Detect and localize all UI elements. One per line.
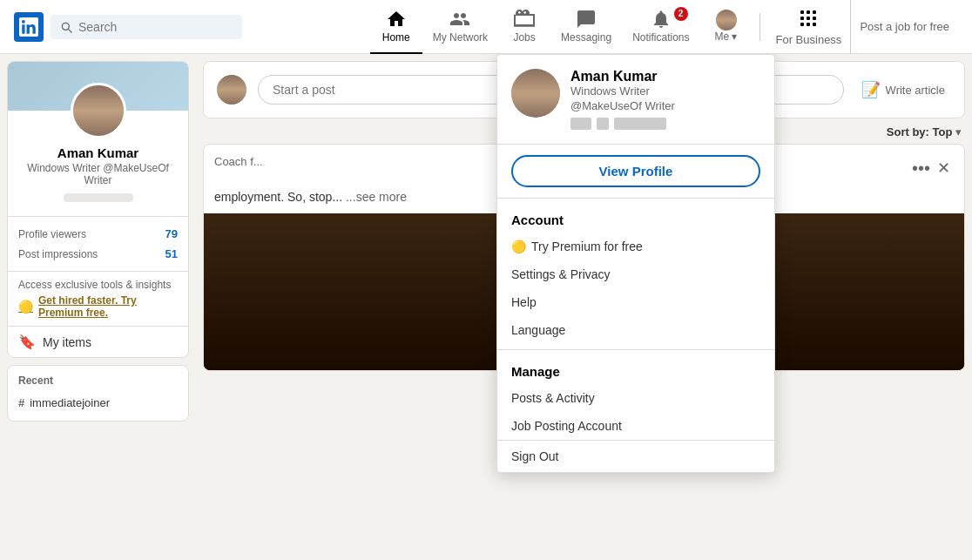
profile-name: Aman Kumar xyxy=(18,145,178,160)
messaging-icon xyxy=(576,9,597,30)
svg-rect-7 xyxy=(807,23,810,26)
sort-value: Top xyxy=(933,125,953,138)
post-body: employment. So, stop... xyxy=(214,190,342,204)
nav-jobs[interactable]: Jobs xyxy=(498,0,550,54)
help-item[interactable]: Help xyxy=(497,288,774,316)
search-icon xyxy=(59,20,73,34)
business-grid-icon xyxy=(798,8,819,31)
profile-viewers-row[interactable]: Profile viewers 79 xyxy=(18,224,178,244)
write-article-icon: 📝 xyxy=(861,80,881,99)
nav-divider xyxy=(759,13,760,41)
recent-hashtag-text: immediatejoiner xyxy=(30,396,110,409)
post-coach-text: Coach f... xyxy=(214,155,263,168)
nav-items: Home My Network Jobs Messaging xyxy=(256,0,958,54)
manage-divider xyxy=(497,349,774,350)
hashtag-icon: # xyxy=(18,396,24,409)
search-box[interactable] xyxy=(51,15,242,39)
svg-rect-2 xyxy=(813,10,816,14)
nav-home-label: Home xyxy=(382,31,410,44)
language-item[interactable]: Language xyxy=(497,316,774,344)
profile-viewers-value: 79 xyxy=(165,227,178,240)
nav-my-network[interactable]: My Network xyxy=(422,0,498,54)
view-profile-button[interactable]: View Profile xyxy=(511,155,760,187)
profile-stats: Profile viewers 79 Post impressions 51 xyxy=(8,216,188,271)
dropdown-handle: @MakeUseOf Writer xyxy=(570,99,675,112)
navbar: Home My Network Jobs Messaging xyxy=(0,0,972,54)
dropdown-title: Windows Writer xyxy=(570,84,675,98)
for-business-label: For Business xyxy=(776,33,842,46)
post-box-avatar xyxy=(214,72,249,107)
manage-section-label: Manage xyxy=(497,355,774,384)
nav-notifications-label: Notifications xyxy=(632,31,689,44)
linkedin-logo[interactable] xyxy=(14,12,44,42)
profile-title: Windows Writer @MakeUseOf Writer xyxy=(18,162,178,186)
nav-for-business[interactable]: For Business xyxy=(767,0,851,54)
write-article-button[interactable]: 📝 Write article xyxy=(853,75,954,105)
premium-text: Access exclusive tools & insights xyxy=(18,279,178,291)
job-posting-item[interactable]: Job Posting Account xyxy=(497,412,774,440)
recent-section: Recent # immediatejoiner xyxy=(7,365,189,422)
recent-title: Recent xyxy=(18,374,178,387)
profile-viewers-label: Profile viewers xyxy=(18,228,86,240)
nav-home[interactable]: Home xyxy=(370,0,422,54)
nav-me[interactable]: Me ▾ xyxy=(700,0,753,54)
premium-link-text: Get hired faster. Try Premium free. xyxy=(38,294,178,319)
profile-avatar xyxy=(71,83,126,138)
nav-me-label: Me ▾ xyxy=(714,30,737,43)
posts-activity-item[interactable]: Posts & Activity xyxy=(497,384,774,412)
bell-icon xyxy=(651,9,672,30)
blur-rect xyxy=(614,118,666,130)
my-items-label: My items xyxy=(43,335,91,349)
premium-emoji: 🟡 xyxy=(511,240,526,253)
bookmark-icon: 🔖 xyxy=(18,334,36,350)
notification-badge: 2 xyxy=(674,7,688,21)
me-dropdown: Aman Kumar Windows Writer @MakeUseOf Wri… xyxy=(496,54,775,473)
profile-info: Aman Kumar Windows Writer @MakeUseOf Wri… xyxy=(8,83,188,216)
network-icon xyxy=(449,9,470,30)
home-icon xyxy=(386,9,407,30)
svg-rect-4 xyxy=(807,17,810,20)
blur-square xyxy=(570,118,591,130)
svg-rect-6 xyxy=(800,23,804,26)
see-more-link[interactable]: ...see more xyxy=(346,190,407,204)
main-layout: Aman Kumar Windows Writer @MakeUseOf Wri… xyxy=(0,54,972,560)
account-section-label: Account xyxy=(497,204,774,233)
dropdown-avatar xyxy=(511,69,560,118)
post-impressions-value: 51 xyxy=(165,247,178,260)
nav-jobs-label: Jobs xyxy=(513,31,535,44)
sign-out-item[interactable]: Sign Out xyxy=(497,440,774,472)
me-avatar xyxy=(716,10,737,30)
dropdown-profile-section: Aman Kumar Windows Writer @MakeUseOf Wri… xyxy=(497,55,774,145)
my-items-section[interactable]: 🔖 My items xyxy=(8,326,188,357)
nav-post-job[interactable]: Post a job for free xyxy=(850,0,958,54)
jobs-icon xyxy=(514,9,535,30)
profile-avatar-wrap xyxy=(18,83,178,138)
profile-connections-blur xyxy=(64,193,133,202)
dropdown-name: Aman Kumar xyxy=(570,69,675,84)
svg-rect-1 xyxy=(807,10,810,14)
post-job-label: Post a job for free xyxy=(860,20,949,33)
sort-label[interactable]: Sort by: Top ▾ xyxy=(887,125,962,138)
sort-by-text: Sort by: xyxy=(887,125,929,138)
dropdown-user-info: Aman Kumar Windows Writer @MakeUseOf Wri… xyxy=(570,69,675,130)
settings-privacy-item[interactable]: Settings & Privacy xyxy=(497,260,774,288)
svg-rect-5 xyxy=(813,17,816,20)
post-options-button[interactable]: ••• xyxy=(908,155,934,182)
premium-link[interactable]: 🟡 Get hired faster. Try Premium free. xyxy=(18,294,178,319)
search-input[interactable] xyxy=(78,20,233,34)
nav-messaging[interactable]: Messaging xyxy=(550,0,622,54)
post-impressions-row[interactable]: Post impressions 51 xyxy=(18,244,178,264)
svg-rect-8 xyxy=(813,23,816,26)
try-premium-label: Try Premium for free xyxy=(531,240,643,253)
account-divider xyxy=(497,198,774,199)
post-impressions-label: Post impressions xyxy=(18,248,98,260)
blur-square-2 xyxy=(597,118,609,130)
premium-icon: 🟡 xyxy=(18,300,33,314)
recent-hashtag-item[interactable]: # immediatejoiner xyxy=(18,394,178,412)
nav-messaging-label: Messaging xyxy=(561,31,611,44)
try-premium-item[interactable]: 🟡Try Premium for free xyxy=(497,233,774,260)
nav-notifications[interactable]: 2 Notifications xyxy=(622,0,699,54)
left-sidebar: Aman Kumar Windows Writer @MakeUseOf Wri… xyxy=(0,54,196,560)
post-close-button[interactable]: ✕ xyxy=(934,155,954,181)
premium-section: Access exclusive tools & insights 🟡 Get … xyxy=(8,271,188,326)
